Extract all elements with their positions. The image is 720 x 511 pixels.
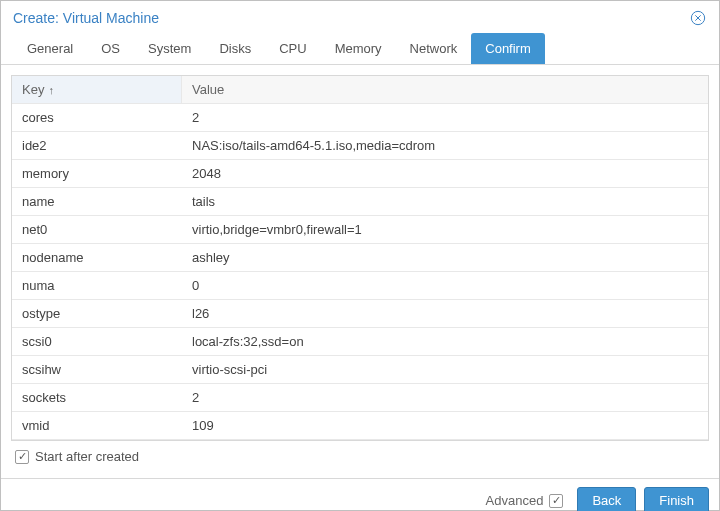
dialog-titlebar: Create: Virtual Machine bbox=[1, 1, 719, 33]
row-value: virtio-scsi-pci bbox=[182, 356, 708, 383]
row-value: 2048 bbox=[182, 160, 708, 187]
back-button[interactable]: Back bbox=[577, 487, 636, 511]
advanced-toggle: Advanced bbox=[486, 493, 564, 508]
wizard-tabs: GeneralOSSystemDisksCPUMemoryNetworkConf… bbox=[1, 33, 719, 65]
start-after-checkbox[interactable] bbox=[15, 450, 29, 464]
tab-general[interactable]: General bbox=[13, 33, 87, 64]
row-value: ashley bbox=[182, 244, 708, 271]
advanced-checkbox[interactable] bbox=[549, 494, 563, 508]
row-key: ide2 bbox=[12, 132, 182, 159]
column-header-value-label: Value bbox=[192, 82, 224, 97]
close-button[interactable] bbox=[689, 9, 707, 27]
row-value: 2 bbox=[182, 104, 708, 131]
create-vm-dialog: Create: Virtual Machine GeneralOSSystemD… bbox=[0, 0, 720, 511]
summary-grid: Key ↑ Value cores2ide2NAS:iso/tails-amd6… bbox=[11, 75, 709, 441]
start-after-label: Start after created bbox=[35, 449, 139, 464]
advanced-label: Advanced bbox=[486, 493, 544, 508]
row-key: ostype bbox=[12, 300, 182, 327]
row-key: sockets bbox=[12, 384, 182, 411]
row-key: name bbox=[12, 188, 182, 215]
table-row[interactable]: nodenameashley bbox=[12, 244, 708, 272]
grid-header: Key ↑ Value bbox=[12, 76, 708, 104]
row-key: net0 bbox=[12, 216, 182, 243]
table-row[interactable]: cores2 bbox=[12, 104, 708, 132]
column-header-key-label: Key bbox=[22, 82, 44, 97]
tab-network[interactable]: Network bbox=[396, 33, 472, 64]
row-key: vmid bbox=[12, 412, 182, 439]
table-row[interactable]: scsi0local-zfs:32,ssd=on bbox=[12, 328, 708, 356]
row-value: virtio,bridge=vmbr0,firewall=1 bbox=[182, 216, 708, 243]
close-icon bbox=[690, 10, 706, 26]
grid-body: cores2ide2NAS:iso/tails-amd64-5.1.iso,me… bbox=[12, 104, 708, 440]
row-value: local-zfs:32,ssd=on bbox=[182, 328, 708, 355]
row-value: tails bbox=[182, 188, 708, 215]
column-header-value[interactable]: Value bbox=[182, 76, 708, 103]
table-row[interactable]: ostypel26 bbox=[12, 300, 708, 328]
table-row[interactable]: vmid109 bbox=[12, 412, 708, 440]
tab-memory[interactable]: Memory bbox=[321, 33, 396, 64]
table-row[interactable]: ide2NAS:iso/tails-amd64-5.1.iso,media=cd… bbox=[12, 132, 708, 160]
row-key: numa bbox=[12, 272, 182, 299]
row-key: nodename bbox=[12, 244, 182, 271]
table-row[interactable]: nametails bbox=[12, 188, 708, 216]
table-row[interactable]: net0virtio,bridge=vmbr0,firewall=1 bbox=[12, 216, 708, 244]
row-key: memory bbox=[12, 160, 182, 187]
dialog-footer: Advanced Back Finish bbox=[1, 478, 719, 511]
row-value: 2 bbox=[182, 384, 708, 411]
dialog-body: Key ↑ Value cores2ide2NAS:iso/tails-amd6… bbox=[1, 65, 719, 478]
row-key: scsi0 bbox=[12, 328, 182, 355]
row-value: l26 bbox=[182, 300, 708, 327]
table-row[interactable]: memory2048 bbox=[12, 160, 708, 188]
tab-system[interactable]: System bbox=[134, 33, 205, 64]
row-value: 0 bbox=[182, 272, 708, 299]
column-header-key[interactable]: Key ↑ bbox=[12, 76, 182, 103]
tab-cpu[interactable]: CPU bbox=[265, 33, 320, 64]
start-after-row: Start after created bbox=[11, 441, 709, 468]
table-row[interactable]: scsihwvirtio-scsi-pci bbox=[12, 356, 708, 384]
table-row[interactable]: sockets2 bbox=[12, 384, 708, 412]
sort-asc-icon: ↑ bbox=[48, 84, 54, 96]
row-value: NAS:iso/tails-amd64-5.1.iso,media=cdrom bbox=[182, 132, 708, 159]
finish-button[interactable]: Finish bbox=[644, 487, 709, 511]
tab-confirm[interactable]: Confirm bbox=[471, 33, 545, 64]
row-value: 109 bbox=[182, 412, 708, 439]
tab-os[interactable]: OS bbox=[87, 33, 134, 64]
tab-disks[interactable]: Disks bbox=[205, 33, 265, 64]
table-row[interactable]: numa0 bbox=[12, 272, 708, 300]
row-key: cores bbox=[12, 104, 182, 131]
row-key: scsihw bbox=[12, 356, 182, 383]
dialog-title: Create: Virtual Machine bbox=[13, 10, 159, 26]
